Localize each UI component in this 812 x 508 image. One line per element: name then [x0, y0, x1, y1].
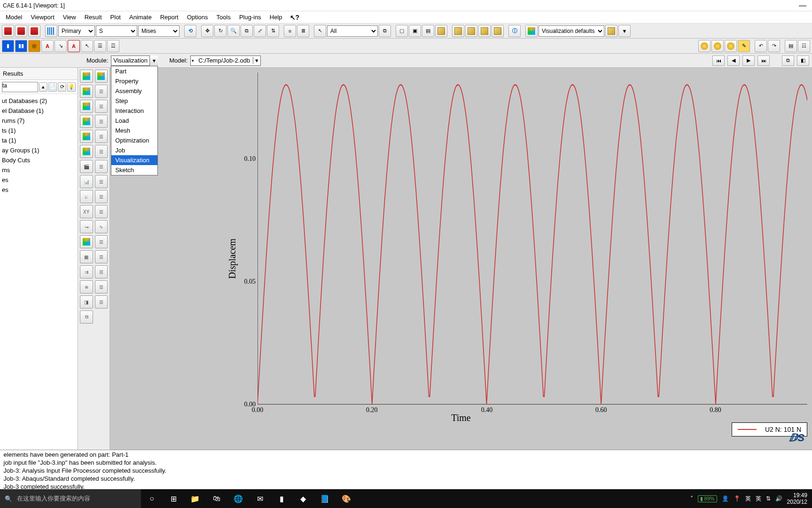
- color-code-button[interactable]: [525, 25, 538, 37]
- anim-last-button[interactable]: ⏭: [757, 56, 770, 66]
- tool-xydata[interactable]: XY: [80, 205, 93, 218]
- tool-field[interactable]: [80, 235, 93, 248]
- menu-result[interactable]: Result: [81, 13, 106, 22]
- menu-viewport[interactable]: Viewport: [27, 13, 58, 22]
- tool-animate[interactable]: [80, 145, 93, 158]
- menu-plugins[interactable]: Plug-ins: [235, 13, 265, 22]
- module-opt-load[interactable]: Load: [111, 116, 157, 126]
- tool-symbol-opts[interactable]: ☰: [95, 100, 108, 113]
- module-opt-job[interactable]: Job: [111, 145, 157, 155]
- anim-first-button[interactable]: ⏮: [712, 56, 725, 66]
- selection-filter-select[interactable]: All: [327, 25, 378, 37]
- field-output-button[interactable]: [45, 25, 57, 37]
- tree-up-button[interactable]: ▴: [39, 82, 47, 92]
- taskbar-cmd[interactable]: ▮: [271, 489, 292, 508]
- module-opt-sketch[interactable]: Sketch: [111, 165, 157, 175]
- module-opt-part[interactable]: Part: [111, 66, 157, 76]
- tree-item[interactable]: ta (1): [2, 135, 76, 145]
- tool-field-opts[interactable]: ☰: [95, 235, 108, 248]
- tool-spectrum-opts[interactable]: ☰: [95, 250, 108, 263]
- menu-report[interactable]: Report: [156, 13, 182, 22]
- dg-add-button[interactable]: ▣: [409, 25, 421, 37]
- tool-csys-opts[interactable]: ☰: [95, 190, 108, 203]
- menu-view[interactable]: View: [59, 13, 80, 22]
- message-area[interactable]: elements have been generated on part: Pa…: [0, 450, 812, 489]
- menu-options[interactable]: Options: [183, 13, 212, 22]
- tool-path-plot[interactable]: ∿: [95, 220, 108, 233]
- anim-prev-button[interactable]: ◀: [727, 56, 740, 66]
- apply-colorcode-button[interactable]: [605, 25, 617, 37]
- list-button[interactable]: ☰: [94, 40, 106, 52]
- options-button[interactable]: ☷: [798, 40, 810, 52]
- taskbar-app1[interactable]: ◆: [292, 489, 314, 508]
- rotate-button[interactable]: ↻: [214, 25, 226, 37]
- tree-item[interactable]: ms: [2, 165, 76, 175]
- tool-xyplot[interactable]: [80, 130, 93, 143]
- ime-indicator[interactable]: 英: [745, 495, 751, 503]
- results-tab[interactable]: Results: [0, 68, 78, 80]
- shaded-edges-button[interactable]: [492, 25, 504, 37]
- tool-view-cut-opts[interactable]: ☰: [95, 295, 108, 309]
- tool-xyplot-opts[interactable]: ☰: [95, 130, 108, 143]
- perspective-button[interactable]: ≡: [284, 25, 296, 37]
- tool-xydata-opts[interactable]: ☰: [95, 205, 108, 218]
- tree-item[interactable]: ts (1): [2, 126, 76, 135]
- tool-overlay[interactable]: ⧉: [80, 310, 93, 324]
- module-opt-visualization[interactable]: Visualization: [111, 155, 157, 165]
- tool-material-orient[interactable]: [80, 115, 93, 128]
- taskbar-search[interactable]: 🔍 在这里输入你要搜索的内容: [0, 489, 141, 508]
- tree-item[interactable]: rums (7): [2, 116, 76, 126]
- dg-replace-button[interactable]: ▢: [396, 25, 408, 37]
- tool-report[interactable]: 📊: [80, 175, 93, 188]
- dg-intersect-button[interactable]: [435, 25, 447, 37]
- tool-contour-opts[interactable]: ☰: [95, 85, 108, 98]
- wire-button[interactable]: [452, 25, 464, 37]
- menu-animate[interactable]: Animate: [125, 13, 156, 22]
- anim-sync-button[interactable]: ◧: [797, 56, 809, 66]
- taskbar-app2[interactable]: 📘: [314, 489, 336, 508]
- render-style-select[interactable]: Visualization defaults: [539, 25, 604, 37]
- probe-button[interactable]: ✎: [738, 40, 750, 52]
- zoom-button[interactable]: 🔍: [227, 25, 240, 37]
- taskbar-explorer[interactable]: 📁: [184, 489, 206, 508]
- zoom-box-button[interactable]: ⧉: [241, 25, 253, 37]
- tool-material-opts[interactable]: ☰: [95, 115, 108, 128]
- battery-indicator[interactable]: ▮ 89%: [698, 495, 717, 502]
- tree-filter-select[interactable]: ta: [2, 82, 38, 92]
- tool-movie[interactable]: 🎬: [80, 160, 93, 173]
- people-icon[interactable]: 👤: [722, 495, 729, 502]
- module-opt-assembly[interactable]: Assembly: [111, 86, 157, 96]
- taskbar-mail[interactable]: ✉: [249, 489, 271, 508]
- module-opt-property[interactable]: Property: [111, 76, 157, 86]
- location-icon[interactable]: 📍: [734, 495, 741, 502]
- colorcode-menu-button[interactable]: ▼: [618, 25, 631, 37]
- undo-button[interactable]: ↶: [755, 40, 767, 52]
- tree-item[interactable]: el Database (1): [2, 106, 76, 116]
- vp3-button[interactable]: ◎: [28, 40, 40, 52]
- results-tree[interactable]: ut Databases (2) el Database (1) rums (7…: [0, 94, 78, 197]
- menu-plot[interactable]: Plot: [107, 13, 125, 22]
- tool-path[interactable]: ↝: [80, 220, 93, 233]
- tree-highlight-button[interactable]: 💡: [67, 82, 76, 92]
- context-help-icon[interactable]: ↖?: [287, 14, 303, 21]
- tree-item[interactable]: ut Databases (2): [2, 96, 76, 106]
- ime-indicator-2[interactable]: 英: [756, 495, 761, 503]
- system-tray[interactable]: ˄ ▮ 89% 👤 📍 英 英 ⇅ 🔊 19:49 2020/12: [686, 492, 812, 505]
- annotate-a-button[interactable]: A: [41, 40, 54, 52]
- layer-button[interactable]: ▤: [785, 40, 797, 52]
- tool-symbol[interactable]: [80, 100, 93, 113]
- tool-stream[interactable]: ≋: [80, 280, 93, 294]
- save-odb-button[interactable]: [15, 25, 27, 37]
- select-cursor-button[interactable]: ↖: [314, 25, 326, 37]
- selection-options-button[interactable]: ⧉: [379, 25, 391, 37]
- boolean2-button[interactable]: [711, 40, 724, 52]
- tool-plot-undeformed[interactable]: [80, 70, 93, 83]
- menu-help[interactable]: Help: [266, 13, 286, 22]
- boolean3-button[interactable]: [725, 40, 737, 52]
- cycle-views-button[interactable]: ⟲: [184, 25, 196, 37]
- anim-next-button[interactable]: ▶: [742, 56, 755, 66]
- network-icon[interactable]: ⇅: [766, 495, 771, 502]
- task-view-button[interactable]: ⊞: [163, 489, 184, 508]
- module-opt-interaction[interactable]: Interaction: [111, 106, 157, 116]
- hidden-button[interactable]: [465, 25, 477, 37]
